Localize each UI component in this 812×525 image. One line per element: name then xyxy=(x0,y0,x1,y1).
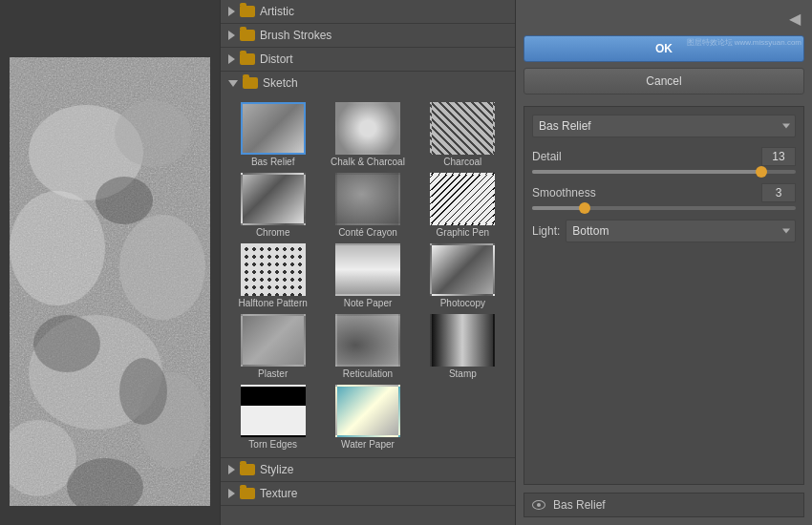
filter-stamp[interactable]: Stamp xyxy=(418,314,507,379)
filter-label-note-paper: Note Paper xyxy=(344,298,393,308)
svg-point-11 xyxy=(119,358,167,425)
preview-panel xyxy=(0,0,220,525)
filter-thumb-plaster xyxy=(241,314,306,367)
filter-label-conte-crayon: Conté Crayon xyxy=(338,227,397,238)
light-dropdown-wrapper: Bottom Top Left Right Bottom Left Bottom… xyxy=(566,220,796,242)
sketch-filter-grid: Bas Relief Chalk & Charcoal Charcoal Chr… xyxy=(221,94,515,457)
expand-icon-distort xyxy=(228,54,235,64)
smoothness-slider-container xyxy=(532,206,796,210)
folder-icon-brush-strokes xyxy=(240,30,255,41)
detail-value-input[interactable] xyxy=(761,147,796,166)
folder-icon-texture xyxy=(240,488,255,499)
filter-thumb-graphic-pen xyxy=(430,173,495,225)
layer-panel: Bas Relief xyxy=(524,493,804,517)
category-header-sketch[interactable]: Sketch xyxy=(221,72,515,94)
category-label-artistic: Artistic xyxy=(260,5,294,18)
svg-point-3 xyxy=(115,100,191,167)
filter-charcoal[interactable]: Charcoal xyxy=(418,102,507,167)
layer-name-label: Bas Relief xyxy=(553,498,606,512)
filter-label-graphic-pen: Graphic Pen xyxy=(437,227,490,238)
folder-icon-stylize xyxy=(240,464,255,475)
category-header-distort[interactable]: Distort xyxy=(221,48,515,71)
filter-thumb-conte-crayon xyxy=(335,173,400,225)
category-header-texture[interactable]: Texture xyxy=(221,482,515,505)
smoothness-slider-fill xyxy=(532,206,585,210)
filter-water-paper[interactable]: Water Paper xyxy=(323,385,412,450)
filter-thumb-halftone-pattern xyxy=(241,243,306,296)
filter-dropdown-wrapper: Bas Relief xyxy=(532,115,796,137)
nav-top: ◀ xyxy=(524,8,804,30)
filter-thumb-chalk-charcoal xyxy=(335,102,400,155)
filter-dropdown-container: Bas Relief xyxy=(532,115,796,137)
filter-chrome[interactable]: Chrome xyxy=(228,173,317,238)
category-stylize: Stylize xyxy=(221,458,515,482)
filter-chalk-charcoal[interactable]: Chalk & Charcoal xyxy=(323,102,412,167)
filter-plaster[interactable]: Plaster xyxy=(228,314,317,379)
category-label-distort: Distort xyxy=(260,52,293,66)
filter-halftone-pattern[interactable]: Halftone Pattern xyxy=(228,243,317,308)
smoothness-value-input[interactable] xyxy=(761,183,796,202)
settings-controls: Bas Relief Detail Smoothness xyxy=(524,106,804,485)
expand-icon-stylize xyxy=(228,465,235,474)
settings-panel: ◀ OK 图层特效论坛 www.missyuan.com Cancel Bas … xyxy=(516,0,812,525)
filter-label-halftone-pattern: Halftone Pattern xyxy=(239,298,308,308)
watermark: 图层特效论坛 www.missyuan.com xyxy=(684,35,804,50)
detail-slider-container xyxy=(532,170,796,174)
filter-torn-edges[interactable]: Torn Edges xyxy=(228,385,317,450)
filter-label-bas-relief: Bas Relief xyxy=(251,157,295,167)
category-header-stylize[interactable]: Stylize xyxy=(221,458,515,481)
filter-label-torn-edges: Torn Edges xyxy=(248,439,297,450)
category-header-brush-strokes[interactable]: Brush Strokes xyxy=(221,24,515,47)
filter-thumb-water-paper xyxy=(335,385,400,437)
light-label: Light: xyxy=(532,224,560,238)
category-label-sketch: Sketch xyxy=(263,76,298,90)
filter-thumb-reticulation xyxy=(335,314,400,367)
filter-thumb-charcoal xyxy=(430,102,495,155)
filter-dropdown[interactable]: Bas Relief xyxy=(532,115,796,137)
filter-label-photocopy: Photocopy xyxy=(440,298,485,308)
svg-point-10 xyxy=(33,315,100,372)
detail-slider-track xyxy=(532,170,796,174)
nav-arrow-icon[interactable]: ◀ xyxy=(785,8,804,30)
category-label-stylize: Stylize xyxy=(260,463,293,476)
filter-conte-crayon[interactable]: Conté Crayon xyxy=(323,173,412,238)
svg-point-5 xyxy=(119,215,205,320)
filter-bas-relief[interactable]: Bas Relief xyxy=(228,102,317,167)
filter-photocopy[interactable]: Photocopy xyxy=(418,243,507,308)
ok-button-wrapper: OK 图层特效论坛 www.missyuan.com xyxy=(524,35,804,68)
folder-icon-distort xyxy=(240,53,255,65)
filter-thumb-stamp xyxy=(430,314,495,367)
filter-label-charcoal: Charcoal xyxy=(443,157,481,167)
smoothness-label: Smoothness xyxy=(532,186,761,200)
filter-thumb-bas-relief xyxy=(241,102,306,155)
expand-icon-artistic xyxy=(228,7,235,16)
filter-panel: Artistic Brush Strokes Distort S xyxy=(220,0,516,525)
light-dropdown[interactable]: Bottom Top Left Right Bottom Left Bottom… xyxy=(566,220,796,242)
expand-icon-sketch xyxy=(228,80,238,87)
layer-visibility-eye-icon[interactable] xyxy=(532,500,545,510)
smoothness-slider-thumb[interactable] xyxy=(579,202,590,214)
expand-icon-brush-strokes xyxy=(228,31,235,40)
filter-label-chalk-charcoal: Chalk & Charcoal xyxy=(331,157,405,167)
cancel-button[interactable]: Cancel xyxy=(524,68,804,94)
filter-graphic-pen[interactable]: Graphic Pen xyxy=(418,173,507,238)
category-brush-strokes: Brush Strokes xyxy=(221,24,515,48)
filter-note-paper[interactable]: Note Paper xyxy=(323,243,412,308)
detail-label: Detail xyxy=(532,150,761,163)
light-row: Light: Bottom Top Left Right Bottom Left… xyxy=(532,220,796,242)
svg-point-9 xyxy=(96,177,153,224)
detail-slider-thumb[interactable] xyxy=(756,166,767,178)
filter-thumb-note-paper xyxy=(335,243,400,296)
folder-icon-sketch xyxy=(243,77,258,89)
folder-icon-artistic xyxy=(240,6,255,17)
filter-label-stamp: Stamp xyxy=(449,368,477,379)
category-texture: Texture xyxy=(221,482,515,506)
category-header-artistic[interactable]: Artistic xyxy=(221,0,515,23)
smoothness-slider-track xyxy=(532,206,796,210)
category-sketch: Sketch Bas Relief Chalk & Charcoal Charc… xyxy=(221,72,515,458)
detail-row: Detail xyxy=(532,147,796,166)
filter-reticulation[interactable]: Reticulation xyxy=(323,314,412,379)
category-artistic: Artistic xyxy=(221,0,515,24)
expand-icon-texture xyxy=(228,489,235,498)
filter-thumb-photocopy xyxy=(430,243,495,296)
